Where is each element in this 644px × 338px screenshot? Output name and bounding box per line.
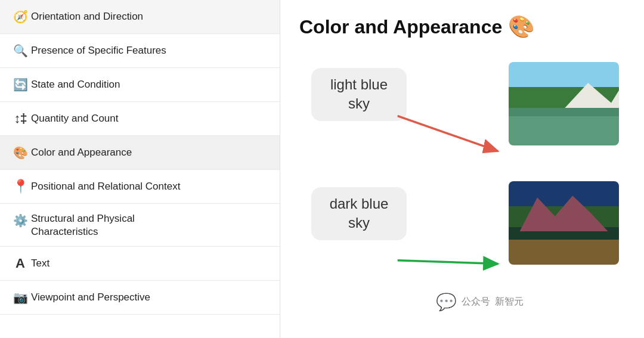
- nav-label-presence: Presence of Specific Features: [31, 44, 166, 57]
- diagram-area: light bluesky dark bluesky: [299, 56, 625, 324]
- label-light-blue: light bluesky: [311, 68, 407, 121]
- sort-icon: ↕‡: [10, 111, 31, 126]
- dark-mountain-image: [509, 181, 619, 265]
- refresh-icon: 🔄: [10, 77, 31, 92]
- section-title-text: Color and Appearance: [299, 16, 502, 38]
- nav-label-state: State and Condition: [31, 78, 120, 91]
- watermark-brand: 新智元: [495, 296, 524, 308]
- left-nav: 🧭 Orientation and Direction 🔍 Presence o…: [0, 0, 280, 338]
- text-icon: A: [10, 256, 31, 271]
- section-title: Color and Appearance 🎨: [299, 14, 625, 39]
- nav-label-viewpoint: Viewpoint and Perspective: [31, 291, 150, 304]
- nav-item-state[interactable]: 🔄 State and Condition: [0, 68, 280, 102]
- mountain-lake-image: [509, 62, 619, 145]
- svg-line-3: [398, 261, 498, 264]
- nav-item-presence[interactable]: 🔍 Presence of Specific Features: [0, 34, 280, 68]
- nav-item-text[interactable]: A Text: [0, 247, 280, 281]
- search-icon: 🔍: [10, 44, 31, 58]
- nav-label-color: Color and Appearance: [31, 146, 132, 159]
- settings-icon: ⚙️: [10, 213, 31, 228]
- nav-item-viewpoint[interactable]: 📷 Viewpoint and Perspective: [0, 281, 280, 315]
- nav-label-text: Text: [31, 257, 49, 270]
- nav-label-orientation: Orientation and Direction: [31, 10, 143, 23]
- right-panel: Color and Appearance 🎨 light bluesky dar…: [280, 0, 644, 338]
- watermark: 💬 公众号 新智元: [436, 292, 524, 312]
- nav-label-structural: Structural and PhysicalCharacteristics: [31, 212, 135, 238]
- label-dark-blue: dark bluesky: [311, 187, 407, 240]
- watermark-label: 公众号: [462, 296, 490, 308]
- palette-header-icon: 🎨: [508, 14, 535, 39]
- nav-item-color[interactable]: 🎨 Color and Appearance: [0, 136, 280, 170]
- pin-icon: 📍: [10, 179, 31, 194]
- camera-icon: 📷: [10, 290, 31, 305]
- nav-item-orientation[interactable]: 🧭 Orientation and Direction: [0, 0, 280, 34]
- nav-item-structural[interactable]: ⚙️ Structural and PhysicalCharacteristic…: [0, 204, 280, 247]
- nav-item-quantity[interactable]: ↕‡ Quantity and Count: [0, 102, 280, 136]
- wechat-icon: 💬: [436, 292, 457, 312]
- svg-line-2: [398, 116, 498, 151]
- nav-label-quantity: Quantity and Count: [31, 112, 118, 125]
- compass-icon: 🧭: [10, 10, 31, 24]
- nav-item-positional[interactable]: 📍 Positional and Relational Context: [0, 170, 280, 204]
- palette-icon: 🎨: [10, 145, 31, 160]
- nav-label-positional: Positional and Relational Context: [31, 180, 180, 193]
